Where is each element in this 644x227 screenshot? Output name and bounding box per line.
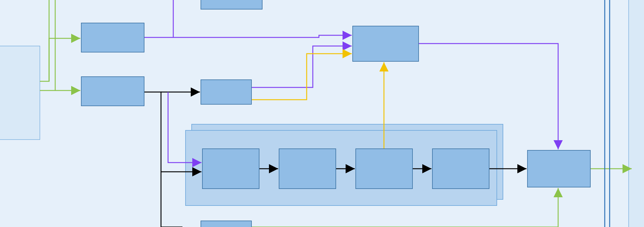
node-pipeline-1[interactable] bbox=[202, 149, 259, 189]
panel-left bbox=[0, 46, 40, 140]
node-pipeline-3[interactable] bbox=[356, 149, 412, 189]
edge-mid-to-righttop-purple bbox=[251, 46, 352, 87]
edge-mid-to-righttop-yellow bbox=[251, 54, 352, 100]
node-pipeline-4[interactable] bbox=[432, 149, 489, 189]
node-bottom[interactable] bbox=[201, 221, 251, 227]
node-right-mid[interactable] bbox=[527, 150, 590, 187]
edge-upper-to-righttop bbox=[144, 35, 352, 37]
edge-lower-trunk-vertical bbox=[144, 92, 161, 227]
node-left-upper[interactable] bbox=[81, 23, 144, 52]
panel-right bbox=[629, 0, 644, 227]
edge-panel-to-upper bbox=[40, 38, 80, 81]
node-top-far[interactable] bbox=[201, 0, 262, 9]
node-pipeline-2[interactable] bbox=[279, 149, 336, 189]
node-right-top[interactable] bbox=[353, 26, 419, 61]
node-left-lower[interactable] bbox=[81, 77, 144, 106]
node-mid[interactable] bbox=[201, 80, 251, 104]
diagram-canvas bbox=[0, 0, 644, 227]
